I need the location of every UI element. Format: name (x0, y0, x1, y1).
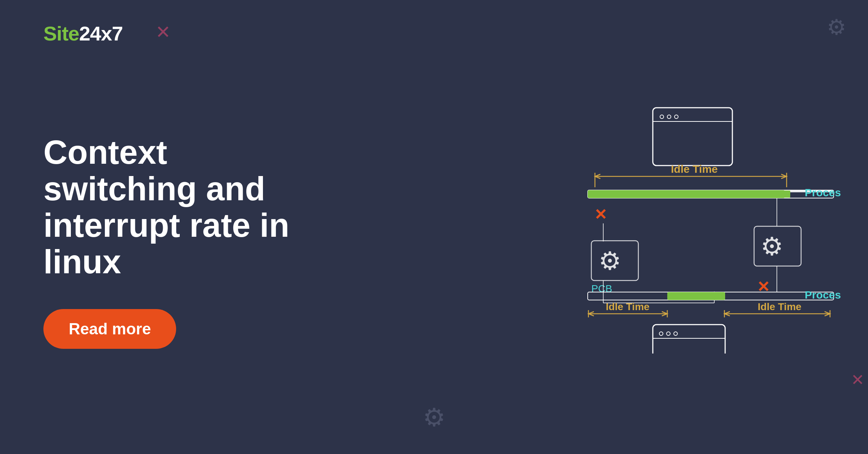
process1-label: Process 1 (805, 187, 841, 198)
gear2-icon: ⚙ (761, 232, 783, 261)
svg-point-3 (675, 115, 678, 119)
left-panel: Site 24x7 Context switching and interrup… (0, 0, 477, 454)
context-switch-diagram: Idle Time Process 1 ✕ ⚙ PCB (461, 100, 841, 354)
read-more-button[interactable]: Read more (43, 309, 176, 349)
idle-time-bottom-right-label: Idle Time (758, 301, 801, 312)
process2-label: Process 2 (805, 289, 841, 301)
diagram-svg: Idle Time Process 1 ✕ ⚙ PCB (461, 100, 841, 354)
svg-rect-28 (653, 325, 725, 354)
svg-rect-8 (588, 190, 785, 198)
idle-time-top-label: Idle Time (671, 163, 718, 175)
svg-point-31 (674, 332, 677, 335)
svg-rect-0 (653, 108, 732, 166)
pcb-label: PCB (591, 283, 612, 294)
svg-point-29 (659, 332, 663, 335)
svg-point-30 (667, 332, 670, 335)
x-mark-process1: ✕ (594, 206, 607, 223)
svg-rect-21 (667, 292, 725, 300)
pcb-gear-icon: ⚙ (599, 247, 621, 275)
svg-point-2 (667, 115, 671, 119)
x-mark-process2: ✕ (757, 278, 770, 295)
svg-point-1 (660, 115, 664, 119)
logo-numbers: 24x7 (79, 22, 123, 45)
logo-site: Site (43, 22, 79, 45)
right-panel: Idle Time Process 1 ✕ ⚙ PCB (434, 0, 868, 454)
headline: Context switching and interrupt rate in … (43, 134, 315, 280)
site-logo: Site 24x7 (43, 22, 123, 45)
page-container: ⚙ ⚙ ✕ ✕ Site 24x7 Context switching and … (0, 0, 868, 454)
idle-time-bottom-left-label: Idle Time (606, 301, 650, 312)
